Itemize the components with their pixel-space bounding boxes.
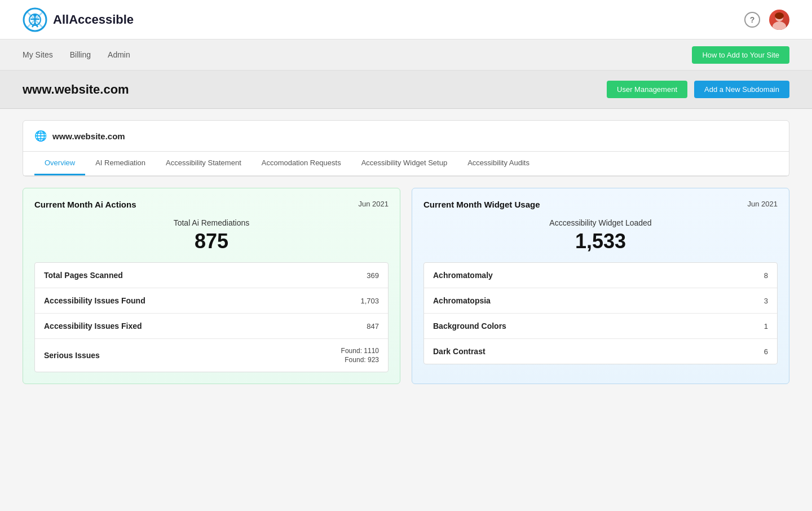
panels-row: Current Month Ai Actions Jun 2021 Total … (23, 188, 789, 384)
stat-value-issues-found: 1,703 (360, 297, 379, 305)
stat-row-dark-contrast: Dark Contrast 6 (424, 339, 777, 364)
stat-values-serious-issues: Found: 1110 Found: 923 (341, 347, 379, 364)
site-header-actions: User Management Add a New Subdomain (607, 81, 789, 98)
svg-point-11 (775, 12, 784, 19)
right-panel-title: Current Month Widget Usage (423, 200, 540, 209)
avatar-image (769, 10, 789, 30)
main-content: 🌐 www.website.com Overview AI Remediatio… (0, 109, 812, 395)
stat-row-achromatomaly: Achromatomaly 8 (424, 263, 777, 288)
stat-value-achromatopsia: 3 (764, 297, 768, 305)
site-title: www.website.com (23, 82, 129, 97)
right-panel-total-label: Acccessibility Widget Loaded (423, 218, 778, 227)
stat-row-issues-found: Accessibility Issues Found 1,703 (35, 288, 388, 314)
right-panel: Current Month Widget Usage Jun 2021 Accc… (412, 188, 789, 384)
left-panel-header: Current Month Ai Actions Jun 2021 (34, 200, 389, 209)
logo-text-regular: All (53, 12, 69, 27)
stat-value-issues-fixed: 847 (367, 322, 379, 331)
navbar: AllAccessible ? (0, 0, 812, 39)
stat-label-issues-fixed: Accessibility Issues Fixed (44, 321, 142, 331)
help-icon[interactable]: ? (744, 12, 760, 28)
add-subdomain-button[interactable]: Add a New Subdomain (694, 81, 789, 98)
stat-value-background-colors: 1 (764, 322, 768, 331)
tabs: Overview AI Remediation Accessibility St… (23, 152, 789, 176)
secondary-nav-links: My Sites Billing Admin (23, 50, 130, 59)
stat-label-background-colors: Background Colors (433, 321, 506, 331)
stat-label-achromatomaly: Achromatomaly (433, 271, 493, 280)
stat-value-pages-scanned: 369 (367, 271, 379, 280)
site-card-url: www.website.com (52, 131, 125, 141)
site-header: www.website.com User Management Add a Ne… (0, 71, 812, 109)
nav-admin[interactable]: Admin (108, 50, 130, 59)
left-panel-total-label: Total Ai Remediations (34, 218, 389, 227)
left-panel-total-value: 875 (34, 230, 389, 253)
user-management-button[interactable]: User Management (607, 81, 687, 98)
nav-billing[interactable]: Billing (70, 50, 91, 59)
tab-accomodation-requests[interactable]: Accomodation Requests (251, 152, 351, 175)
stat-value-dark-contrast: 6 (764, 347, 768, 356)
svg-point-2 (33, 14, 37, 17)
nav-my-sites[interactable]: My Sites (23, 50, 53, 59)
tab-accessibility-statement[interactable]: Accessibility Statement (156, 152, 251, 175)
stat-row-issues-fixed: Accessibility Issues Fixed 847 (35, 314, 388, 339)
tab-overview[interactable]: Overview (34, 152, 85, 175)
logo-text: AllAccessible (53, 12, 134, 27)
logo-text-bold: Accessible (69, 12, 134, 27)
stat-row-serious-issues: Serious Issues Found: 1110 Found: 923 (35, 339, 388, 372)
globe-icon: 🌐 (34, 130, 47, 142)
stat-serious-found-1: Found: 1110 (341, 347, 379, 355)
stat-row-pages-scanned: Total Pages Scanned 369 (35, 263, 388, 288)
stat-label-issues-found: Accessibility Issues Found (44, 296, 145, 305)
stat-serious-found-2: Found: 923 (345, 356, 379, 364)
stat-label-achromatopsia: Achromatopsia (433, 296, 491, 305)
left-panel-date: Jun 2021 (359, 200, 389, 208)
right-panel-header: Current Month Widget Usage Jun 2021 (423, 200, 778, 209)
tab-accessibility-audits[interactable]: Accessibility Audits (457, 152, 540, 175)
stat-label-dark-contrast: Dark Contrast (433, 347, 486, 356)
how-to-add-button[interactable]: How to Add to Your Site (692, 46, 789, 64)
secondary-nav: My Sites Billing Admin How to Add to You… (0, 39, 812, 71)
stat-value-achromatomaly: 8 (764, 271, 768, 280)
logo-icon (23, 7, 47, 32)
left-panel-title: Current Month Ai Actions (34, 200, 136, 209)
logo-area: AllAccessible (23, 7, 134, 32)
tab-ai-remediation[interactable]: AI Remediation (85, 152, 156, 175)
svg-point-10 (773, 21, 786, 30)
avatar[interactable] (769, 10, 789, 30)
right-stats-table: Achromatomaly 8 Achromatopsia 3 Backgrou… (423, 262, 778, 364)
right-panel-total-value: 1,533 (423, 230, 778, 253)
stat-label-serious-issues: Serious Issues (44, 351, 100, 360)
stat-row-background-colors: Background Colors 1 (424, 314, 777, 339)
site-card-header: 🌐 www.website.com (23, 121, 789, 152)
right-panel-date: Jun 2021 (748, 200, 778, 208)
nav-right: ? (744, 10, 789, 30)
site-card: 🌐 www.website.com Overview AI Remediatio… (23, 120, 789, 177)
tab-accessibility-widget-setup[interactable]: Accessibility Widget Setup (351, 152, 457, 175)
stat-label-pages-scanned: Total Pages Scanned (44, 271, 123, 280)
left-stats-table: Total Pages Scanned 369 Accessibility Is… (34, 262, 389, 372)
stat-row-achromatopsia: Achromatopsia 3 (424, 288, 777, 314)
left-panel: Current Month Ai Actions Jun 2021 Total … (23, 188, 400, 384)
avatar-svg (769, 10, 789, 30)
